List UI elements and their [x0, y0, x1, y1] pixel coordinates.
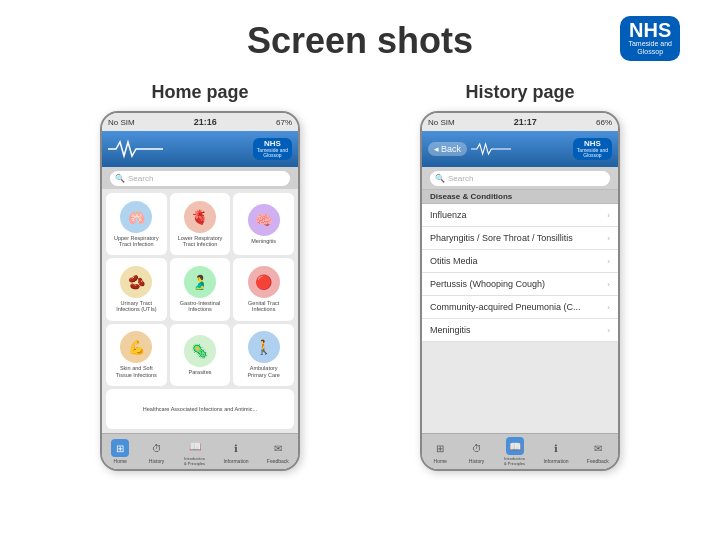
chevron-right-icon: ›: [607, 211, 610, 220]
meningitis-label: Meningitis: [251, 238, 276, 245]
list-item[interactable]: Meningitis ›: [422, 319, 618, 342]
home-search-icon: 🔍: [115, 174, 125, 183]
list-item[interactable]: 🦠 Parasites: [170, 324, 231, 386]
back-button[interactable]: ◂ Back: [428, 142, 467, 156]
list-item-text: Pertussis (Whooping Cough): [430, 279, 545, 289]
history-nav-history[interactable]: ⏱ History: [468, 439, 486, 464]
history-nhs-badge-sub: Tameside andGlossop: [577, 148, 608, 158]
home-icon-grid: 🫁 Upper RespiratoryTract Infection 🫀 Low…: [106, 193, 294, 386]
history-nhs-badge: NHS Tameside andGlossop: [573, 138, 612, 160]
genital-label: Genital TractInfections: [248, 300, 279, 313]
history-home-nav-icon: ⊞: [431, 439, 449, 457]
list-item[interactable]: 🚶 AmbulatoryPrimary Care: [233, 324, 294, 386]
nhs-logo-text: NHS: [629, 20, 671, 40]
back-arrow-icon: ◂: [434, 144, 439, 154]
nav-history[interactable]: ⏱ History: [148, 439, 166, 464]
page-container: NHS Tameside andGlossop Screen shots Hom…: [0, 0, 720, 540]
list-item[interactable]: Pharyngitis / Sore Throat / Tonsillitis …: [422, 227, 618, 250]
home-phone-mockup: No SIM 21:16 67% NHS Tameside andGlossop: [100, 111, 300, 471]
list-item[interactable]: Community-acquired Pneumonia (C... ›: [422, 296, 618, 319]
history-phone-mockup: No SIM 21:17 66% ◂ Back: [420, 111, 620, 471]
history-home-nav-label: Home: [434, 458, 447, 464]
home-status-nosim: No SIM: [108, 118, 135, 127]
healthcare-row[interactable]: Healthcare Associated Infections and Ant…: [106, 389, 294, 429]
history-status-time: 21:17: [514, 117, 537, 127]
info-nav-icon: ℹ: [227, 439, 245, 457]
home-content: 🫁 Upper RespiratoryTract Infection 🫀 Low…: [102, 189, 298, 433]
home-search-placeholder: Search: [128, 174, 153, 183]
meningitis-icon: 🧠: [248, 204, 280, 236]
feedback-nav-icon: ✉: [269, 439, 287, 457]
list-item[interactable]: 🫘 Urinary TractInfections (UTIs): [106, 258, 167, 320]
uti-label: Urinary TractInfections (UTIs): [116, 300, 156, 313]
history-label: History page: [465, 82, 574, 103]
history-info-nav-icon: ℹ: [547, 439, 565, 457]
history-feedback-nav-label: Feedback: [587, 458, 609, 464]
home-status-bar: No SIM 21:16 67%: [102, 113, 298, 131]
chevron-right-icon: ›: [607, 303, 610, 312]
list-item[interactable]: 💪 Skin and SoftTissue Infections: [106, 324, 167, 386]
nav-info[interactable]: ℹ Information: [223, 439, 248, 464]
list-item[interactable]: 🫁 Upper RespiratoryTract Infection: [106, 193, 167, 255]
history-status-nosim: No SIM: [428, 118, 455, 127]
home-label: Home page: [151, 82, 248, 103]
history-header-left: ◂ Back: [428, 138, 511, 160]
list-item[interactable]: 🧠 Meningitis: [233, 193, 294, 255]
ambulatory-icon: 🚶: [248, 331, 280, 363]
history-search-placeholder: Search: [448, 174, 473, 183]
list-item[interactable]: 🫀 Lower RespiratoryTract Infection: [170, 193, 231, 255]
home-heartbeat-icon: [108, 138, 163, 160]
back-button-label: Back: [441, 144, 461, 154]
intro-nav-icon: 📖: [186, 437, 204, 455]
nhs-logo-subtitle: Tameside andGlossop: [628, 40, 672, 57]
nav-feedback[interactable]: ✉ Feedback: [267, 439, 289, 464]
list-item-text: Meningitis: [430, 325, 471, 335]
history-intro-nav-icon: 📖: [506, 437, 524, 455]
history-history-nav-icon: ⏱: [468, 439, 486, 457]
page-title: Screen shots: [247, 20, 473, 62]
list-item[interactable]: Otitis Media ›: [422, 250, 618, 273]
list-item[interactable]: 🫃 Gastro-IntestinalInfections: [170, 258, 231, 320]
list-item[interactable]: Pertussis (Whooping Cough) ›: [422, 273, 618, 296]
history-status-bar: No SIM 21:17 66%: [422, 113, 618, 131]
parasites-label: Parasites: [189, 369, 212, 376]
healthcare-label: Healthcare Associated Infections and Ant…: [143, 406, 257, 412]
upper-resp-label: Upper RespiratoryTract Infection: [114, 235, 159, 248]
lower-resp-icon: 🫀: [184, 201, 216, 233]
list-item[interactable]: 🔴 Genital TractInfections: [233, 258, 294, 320]
history-status-battery: 66%: [596, 118, 612, 127]
history-nav-info[interactable]: ℹ Information: [543, 439, 568, 464]
home-nhs-badge-sub: Tameside andGlossop: [257, 148, 288, 158]
intro-nav-label: Introduction& Principles: [184, 456, 205, 466]
home-search-input[interactable]: 🔍 Search: [110, 171, 290, 186]
nav-home[interactable]: ⊞ Home: [111, 439, 129, 464]
ambulatory-label: AmbulatoryPrimary Care: [247, 365, 279, 378]
home-nav-icon: ⊞: [111, 439, 129, 457]
info-nav-label: Information: [223, 458, 248, 464]
list-item[interactable]: Influenza ›: [422, 204, 618, 227]
skin-icon: 💪: [120, 331, 152, 363]
list-item-text: Influenza: [430, 210, 467, 220]
parasites-icon: 🦠: [184, 335, 216, 367]
genital-icon: 🔴: [248, 266, 280, 298]
nhs-logo-corner: NHS Tameside andGlossop: [620, 16, 680, 61]
home-search-bar: 🔍 Search: [102, 167, 298, 189]
nav-intro[interactable]: 📖 Introduction& Principles: [184, 437, 205, 466]
history-section-header: Disease & Conditions: [422, 189, 618, 204]
history-nav-feedback[interactable]: ✉ Feedback: [587, 439, 609, 464]
history-heartbeat-icon: [471, 138, 511, 160]
history-nav-intro[interactable]: 📖 Introduction& Principles: [504, 437, 525, 466]
history-feedback-nav-icon: ✉: [589, 439, 607, 457]
upper-resp-icon: 🫁: [120, 201, 152, 233]
history-search-input[interactable]: 🔍 Search: [430, 171, 610, 186]
history-intro-nav-label: Introduction& Principles: [504, 456, 525, 466]
home-bottom-nav: ⊞ Home ⏱ History 📖 Introduction& Princip…: [102, 433, 298, 469]
history-nav-home[interactable]: ⊞ Home: [431, 439, 449, 464]
home-nav-label: Home: [114, 458, 127, 464]
chevron-right-icon: ›: [607, 280, 610, 289]
home-status-time: 21:16: [194, 117, 217, 127]
home-status-battery: 67%: [276, 118, 292, 127]
home-nhs-header: NHS Tameside andGlossop: [102, 131, 298, 167]
history-nav-label: History: [149, 458, 165, 464]
gastro-icon: 🫃: [184, 266, 216, 298]
